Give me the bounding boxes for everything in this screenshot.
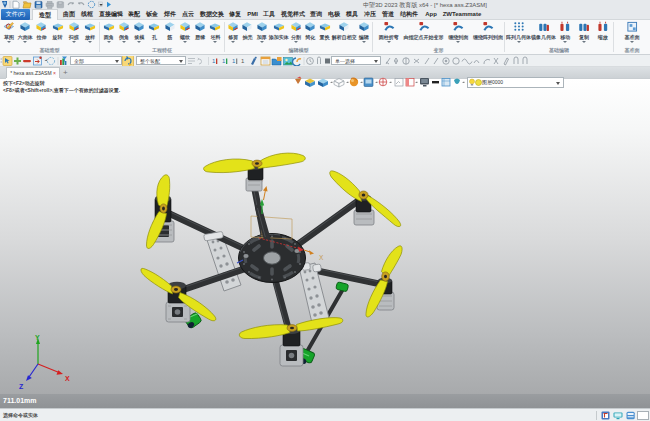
svg-text:1: 1 — [222, 58, 226, 64]
svg-text:Z: Z — [19, 383, 24, 390]
svg-text:1: 1 — [212, 58, 216, 64]
svg-text:1: 1 — [241, 58, 245, 64]
svg-text:X: X — [65, 375, 70, 382]
svg-text:X: X — [319, 254, 324, 261]
svg-text:1: 1 — [232, 58, 236, 64]
svg-text:Y: Y — [35, 334, 40, 341]
